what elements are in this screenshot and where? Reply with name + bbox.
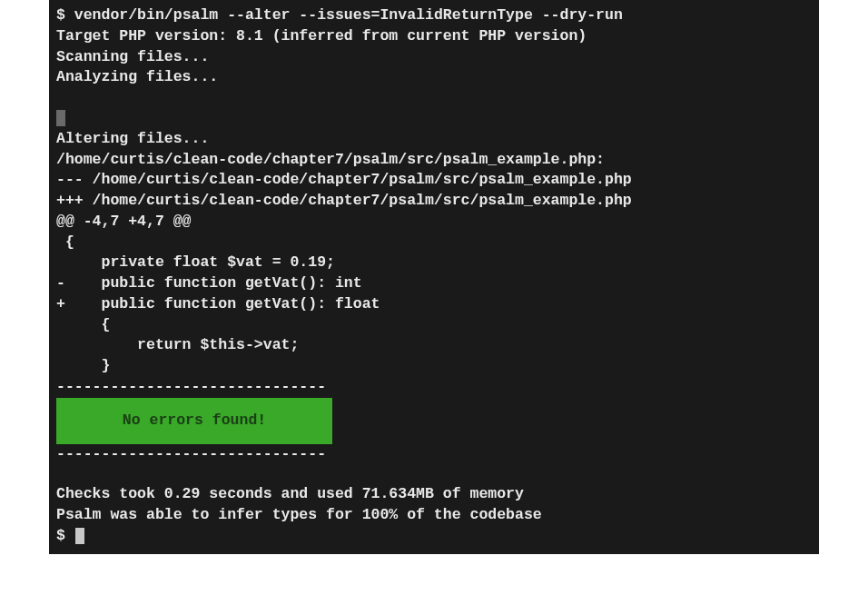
output-altering: Altering files...: [49, 129, 819, 150]
ctx-return: return $this->vat;: [49, 335, 819, 356]
ctx-method-close: }: [49, 356, 819, 377]
dash-separator-top: ------------------------------: [49, 377, 819, 398]
command-text: vendor/bin/psalm --alter --issues=Invali…: [74, 6, 623, 24]
command-line: $ vendor/bin/psalm --alter --issues=Inva…: [49, 5, 819, 26]
inactive-cursor-block: [56, 110, 65, 126]
hunk-header: @@ -4,7 +4,7 @@: [49, 212, 819, 233]
ctx-vat-field: private float $vat = 0.19;: [49, 253, 819, 273]
success-banner: No errors found!: [56, 398, 332, 444]
success-text: No errors found!: [123, 412, 266, 429]
infer-line: Psalm was able to infer types for 100% o…: [49, 505, 819, 526]
diff-removed: - public function getVat(): int: [49, 273, 819, 294]
output-scanning: Scanning files...: [49, 47, 819, 68]
output-analyzing: Analyzing files...: [49, 67, 819, 88]
prompt-symbol-2: $: [56, 527, 65, 544]
dash-separator-bottom: ------------------------------: [49, 444, 819, 465]
ctx-brace-open: {: [49, 233, 819, 253]
ctx-method-open: {: [49, 315, 819, 336]
output-target: Target PHP version: 8.1 (inferred from c…: [49, 26, 819, 47]
diff-minus-file: --- /home/curtis/clean-code/chapter7/psa…: [49, 170, 819, 191]
prompt-symbol: $: [56, 6, 65, 24]
terminal-window[interactable]: $ vendor/bin/psalm --alter --issues=Inva…: [49, 0, 819, 554]
blank-line: [49, 88, 819, 108]
checks-line: Checks took 0.29 seconds and used 71.634…: [49, 484, 819, 505]
cursor-icon: [75, 528, 84, 544]
diff-added: + public function getVat(): float: [49, 294, 819, 315]
prompt-ready[interactable]: $: [49, 526, 819, 547]
output-filepath: /home/curtis/clean-code/chapter7/psalm/s…: [49, 150, 819, 171]
blank-line-2: [49, 464, 819, 484]
diff-plus-file: +++ /home/curtis/clean-code/chapter7/psa…: [49, 191, 819, 212]
mid-cursor-line: [49, 108, 819, 129]
